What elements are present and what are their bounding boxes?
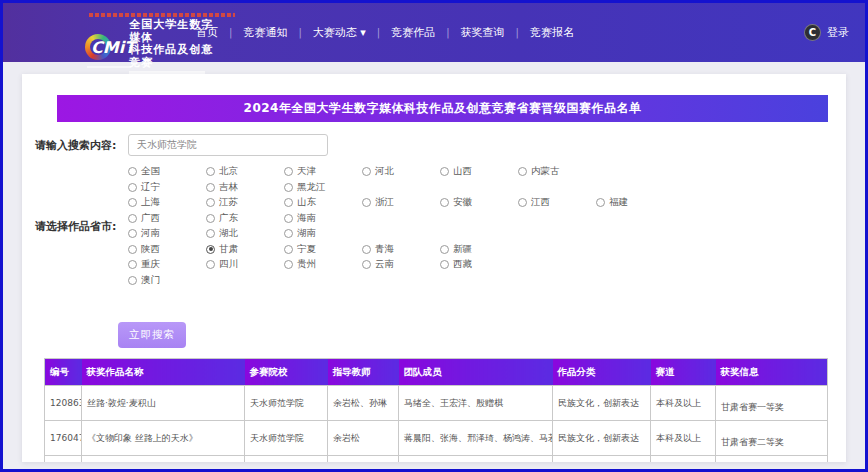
radio-label: 贵州 — [297, 258, 316, 271]
radio-icon[interactable] — [128, 183, 137, 192]
nav-item-4[interactable]: 竞赛作品 — [391, 25, 435, 40]
province-radio-option[interactable]: 湖南 — [284, 227, 362, 240]
nav-item-6[interactable]: 竞赛报名 — [530, 25, 574, 40]
province-radio-option[interactable]: 山东 — [284, 196, 362, 209]
province-radio-option[interactable]: 山西 — [440, 165, 518, 178]
page-title: 2024年全国大学生数字媒体科技作品及创意竞赛省赛晋级国赛作品名单 — [57, 95, 828, 122]
radio-icon[interactable] — [362, 260, 371, 269]
radio-icon[interactable] — [284, 198, 293, 207]
province-radio-option[interactable]: 宁夏 — [284, 243, 362, 256]
radio-label: 海南 — [297, 212, 316, 225]
province-radio-option[interactable]: 福建 — [596, 196, 674, 209]
radio-icon[interactable] — [284, 229, 293, 238]
cell: 余岩松、孙琳 — [328, 386, 399, 421]
radio-icon[interactable] — [128, 198, 137, 207]
radio-label: 辽宁 — [141, 181, 160, 194]
table-row: 176047《文物印象 丝路上的天水》天水师范学院余岩松蒋晨阳、张海、邢泽琦、杨… — [45, 421, 828, 456]
province-radio-option[interactable]: 浙江 — [362, 196, 440, 209]
nav-item-5[interactable]: 获奖查询 — [461, 25, 505, 40]
radio-label: 新疆 — [453, 243, 472, 256]
radio-icon[interactable] — [128, 167, 137, 176]
radio-label: 浙江 — [375, 196, 394, 209]
radio-icon[interactable] — [596, 198, 605, 207]
province-radio-option[interactable]: 全国 — [128, 165, 206, 178]
radio-icon[interactable] — [128, 276, 137, 285]
cell — [82, 456, 245, 463]
province-radio-option[interactable]: 上海 — [128, 196, 206, 209]
radio-icon[interactable] — [128, 245, 137, 254]
province-radio-option[interactable]: 湖北 — [206, 227, 284, 240]
radio-label: 黑龙江 — [297, 181, 326, 194]
table-row: 120863丝路·敦煌·麦积山天水师范学院余岩松、孙琳马绪全、王宏洋、殷赠棋民族… — [45, 386, 828, 421]
radio-icon[interactable] — [362, 245, 371, 254]
radio-label: 福建 — [609, 196, 628, 209]
radio-icon[interactable] — [206, 229, 215, 238]
province-radio-option[interactable]: 四川 — [206, 258, 284, 271]
login-link[interactable]: 登录 — [827, 25, 849, 40]
radio-icon[interactable] — [518, 198, 527, 207]
radio-icon[interactable] — [440, 198, 449, 207]
province-radio-option[interactable]: 云南 — [362, 258, 440, 271]
radio-icon[interactable] — [206, 198, 215, 207]
cell — [651, 456, 716, 463]
province-radio-option[interactable]: 黑龙江 — [284, 181, 362, 194]
cell: 民族文化，创新表达 — [553, 421, 651, 456]
province-radio-option[interactable]: 吉林 — [206, 181, 284, 194]
nav-item-2[interactable]: 竞赛通知 — [243, 25, 287, 40]
radio-icon[interactable] — [284, 260, 293, 269]
user-area: C 登录 — [804, 3, 849, 62]
radio-icon[interactable] — [128, 214, 137, 223]
province-radio-option[interactable]: 广东 — [206, 212, 284, 225]
province-radio-option[interactable]: 澳门 — [128, 274, 206, 287]
radio-icon[interactable] — [284, 167, 293, 176]
radio-icon[interactable] — [440, 245, 449, 254]
search-button[interactable]: 立即搜索 — [118, 322, 186, 348]
radio-label: 安徽 — [453, 196, 472, 209]
radio-label: 宁夏 — [297, 243, 316, 256]
province-radio-option[interactable]: 辽宁 — [128, 181, 206, 194]
radio-icon[interactable] — [518, 167, 527, 176]
radio-icon[interactable] — [362, 167, 371, 176]
province-radio-option[interactable]: 新疆 — [440, 243, 518, 256]
radio-icon[interactable] — [284, 183, 293, 192]
cell: 本科及以上 — [651, 421, 716, 456]
province-radio-option[interactable]: 河南 — [128, 227, 206, 240]
radio-icon[interactable] — [128, 260, 137, 269]
cell — [399, 456, 553, 463]
radio-icon[interactable] — [206, 167, 215, 176]
radio-icon[interactable] — [284, 245, 293, 254]
province-radio-option[interactable]: 贵州 — [284, 258, 362, 271]
province-radio-option[interactable]: 江西 — [518, 196, 596, 209]
province-radio-option[interactable]: 北京 — [206, 165, 284, 178]
province-radio-option[interactable]: 江苏 — [206, 196, 284, 209]
brand-subtext-line — [87, 66, 131, 68]
radio-icon[interactable] — [206, 214, 215, 223]
column-header: 作品分类 — [553, 359, 651, 386]
radio-icon[interactable] — [206, 183, 215, 192]
radio-icon[interactable] — [128, 229, 137, 238]
province-radio-option[interactable]: 陕西 — [128, 243, 206, 256]
province-radio-option[interactable]: 天津 — [284, 165, 362, 178]
search-input[interactable] — [128, 134, 328, 156]
province-radio-option[interactable]: 海南 — [284, 212, 362, 225]
nav-item-1[interactable]: 首页 — [196, 25, 218, 40]
radio-icon[interactable] — [206, 245, 215, 254]
radio-icon[interactable] — [440, 167, 449, 176]
column-header: 获奖作品名称 — [82, 359, 245, 386]
province-radio-option[interactable]: 广西 — [128, 212, 206, 225]
radio-icon[interactable] — [440, 260, 449, 269]
province-radio-option[interactable]: 河北 — [362, 165, 440, 178]
radio-icon[interactable] — [284, 214, 293, 223]
cell — [716, 456, 828, 463]
nav-item-3[interactable]: 大赛动态 ▾ — [313, 25, 366, 40]
table-header-row: 编号获奖作品名称参赛院校指导教师团队成员作品分类赛道获奖信息 — [45, 359, 828, 386]
province-radio-option[interactable]: 青海 — [362, 243, 440, 256]
province-radio-option[interactable]: 甘肃 — [206, 243, 284, 256]
province-radio-option[interactable]: 西藏 — [440, 258, 518, 271]
avatar-icon[interactable]: C — [804, 24, 821, 41]
radio-icon[interactable] — [206, 260, 215, 269]
radio-icon[interactable] — [362, 198, 371, 207]
province-radio-option[interactable]: 重庆 — [128, 258, 206, 271]
province-radio-option[interactable]: 安徽 — [440, 196, 518, 209]
province-radio-option[interactable]: 内蒙古 — [518, 165, 596, 178]
